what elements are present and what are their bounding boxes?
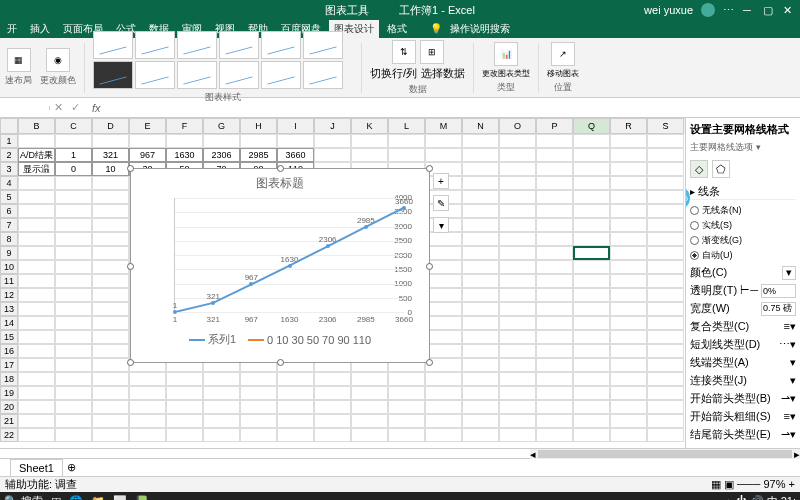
cap-dropdown[interactable]: ▾ (790, 356, 796, 369)
cell[interactable] (610, 386, 647, 400)
cell[interactable] (425, 148, 462, 162)
style-thumb[interactable] (219, 31, 259, 59)
cell[interactable] (573, 190, 610, 204)
cell[interactable] (18, 274, 55, 288)
cell[interactable] (647, 246, 684, 260)
style-thumb[interactable] (177, 61, 217, 89)
resize-handle[interactable] (426, 165, 433, 172)
cell[interactable] (351, 414, 388, 428)
cell[interactable] (425, 274, 462, 288)
cell[interactable] (425, 386, 462, 400)
legend-item[interactable]: 系列1 (189, 332, 236, 347)
cell[interactable] (203, 428, 240, 442)
col-header[interactable]: Q (573, 118, 610, 134)
cell[interactable] (462, 372, 499, 386)
cell[interactable] (610, 358, 647, 372)
chart-legend[interactable]: 系列10 10 30 50 70 90 110 (131, 328, 429, 351)
row-header[interactable]: 6 (0, 204, 18, 218)
cell[interactable] (388, 386, 425, 400)
cell[interactable] (610, 148, 647, 162)
cell[interactable] (610, 204, 647, 218)
cell[interactable] (499, 400, 536, 414)
col-header[interactable]: C (55, 118, 92, 134)
row-header[interactable]: 20 (0, 400, 18, 414)
cell[interactable] (314, 134, 351, 148)
cell[interactable] (462, 330, 499, 344)
cell[interactable] (129, 414, 166, 428)
cell[interactable] (425, 372, 462, 386)
row-header[interactable]: 3 (0, 162, 18, 176)
change-chart-type-button[interactable]: 📊 (494, 42, 518, 66)
cell[interactable] (573, 414, 610, 428)
cell[interactable] (92, 274, 129, 288)
cell[interactable] (388, 414, 425, 428)
cell[interactable] (92, 246, 129, 260)
switch-row-col-button[interactable]: ⇅ (392, 40, 416, 64)
chart-elements-button[interactable]: + (433, 173, 449, 189)
row-header[interactable]: 12 (0, 288, 18, 302)
cell[interactable] (55, 414, 92, 428)
col-header[interactable]: O (499, 118, 536, 134)
row-header[interactable]: 8 (0, 232, 18, 246)
col-header[interactable]: D (92, 118, 129, 134)
cell[interactable] (499, 190, 536, 204)
ribbon-options-icon[interactable]: ⋯ (723, 4, 735, 17)
cell[interactable] (536, 330, 573, 344)
cell[interactable]: 0 (55, 162, 92, 176)
cell[interactable] (499, 260, 536, 274)
cell[interactable] (462, 358, 499, 372)
cell[interactable] (55, 428, 92, 442)
cell[interactable] (536, 372, 573, 386)
col-header[interactable]: K (351, 118, 388, 134)
cell[interactable] (277, 400, 314, 414)
cell[interactable] (55, 232, 92, 246)
arrow-begin-dropdown[interactable]: ⇀▾ (781, 392, 796, 405)
cell[interactable] (462, 176, 499, 190)
cell[interactable] (499, 288, 536, 302)
cell[interactable] (92, 414, 129, 428)
cell[interactable] (240, 134, 277, 148)
cell[interactable] (351, 400, 388, 414)
cell[interactable] (499, 316, 536, 330)
col-header[interactable]: R (610, 118, 647, 134)
cell[interactable] (536, 386, 573, 400)
sheet-tab[interactable]: Sheet1 (10, 459, 63, 477)
style-thumb[interactable] (177, 31, 217, 59)
cell[interactable] (573, 148, 610, 162)
cell[interactable] (203, 386, 240, 400)
resize-handle[interactable] (426, 263, 433, 270)
cell[interactable] (55, 134, 92, 148)
change-colors-button[interactable]: ◉ (46, 48, 70, 72)
cell[interactable] (277, 372, 314, 386)
cell[interactable] (92, 330, 129, 344)
cell[interactable] (18, 134, 55, 148)
cell[interactable]: 2306 (203, 148, 240, 162)
row-header[interactable]: 16 (0, 344, 18, 358)
cell[interactable] (647, 372, 684, 386)
row-header[interactable]: 13 (0, 302, 18, 316)
cell[interactable] (351, 134, 388, 148)
cell[interactable] (129, 400, 166, 414)
cell[interactable] (92, 218, 129, 232)
col-header[interactable]: S (647, 118, 684, 134)
cell[interactable] (573, 274, 610, 288)
cell[interactable] (573, 428, 610, 442)
cell[interactable] (425, 288, 462, 302)
cell[interactable] (647, 274, 684, 288)
move-chart-button[interactable]: ↗ (551, 42, 575, 66)
cell[interactable] (610, 344, 647, 358)
cell[interactable] (536, 358, 573, 372)
cell[interactable] (55, 288, 92, 302)
task-icon[interactable]: 📗 (135, 495, 149, 501)
cell[interactable] (314, 414, 351, 428)
cell[interactable] (92, 302, 129, 316)
cell[interactable] (536, 414, 573, 428)
cell[interactable]: 2985 (240, 148, 277, 162)
col-header[interactable]: M (425, 118, 462, 134)
col-header[interactable]: F (166, 118, 203, 134)
cell[interactable] (499, 204, 536, 218)
cell[interactable] (55, 316, 92, 330)
cell[interactable] (536, 302, 573, 316)
cell[interactable] (462, 148, 499, 162)
cell[interactable] (314, 148, 351, 162)
